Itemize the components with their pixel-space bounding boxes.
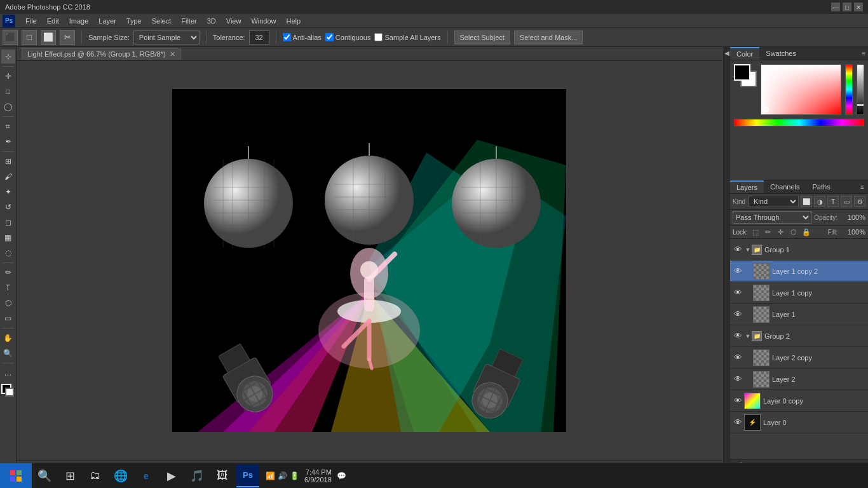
layer-filter-type[interactable]: T <box>827 196 839 207</box>
canvas-container[interactable] <box>17 61 722 460</box>
tray-network[interactable]: 📶 <box>266 471 275 480</box>
taskbar-search[interactable]: 🔍 <box>33 464 56 487</box>
expand-group2[interactable]: ▼ <box>744 332 752 340</box>
layer-0[interactable]: 👁 ⚡ Layer 0 <box>730 412 868 433</box>
lasso-tool[interactable]: ◯ <box>1 100 15 114</box>
layer-2[interactable]: 👁 Layer 2 <box>730 369 868 390</box>
tool-mode-4[interactable]: ✂ <box>60 30 75 45</box>
layer-visibility-group2[interactable]: 👁 <box>733 331 743 341</box>
fg-bg-colors[interactable] <box>1 384 15 398</box>
hue-slider[interactable] <box>845 64 853 115</box>
hand-tool[interactable]: ✋ <box>1 331 15 345</box>
tray-battery[interactable]: 🔋 <box>290 471 299 480</box>
tray-volume[interactable]: 🔊 <box>278 471 287 480</box>
canvas[interactable] <box>172 89 566 432</box>
contiguous-checkbox[interactable]: Contiguous <box>325 33 371 41</box>
close-button[interactable]: ✕ <box>854 3 863 11</box>
layer-filter-shape[interactable]: ▭ <box>841 196 852 207</box>
layer-1-copy[interactable]: 👁 Layer 1 copy <box>730 282 868 304</box>
sample-all-checkbox[interactable]: Sample All Layers <box>374 33 440 41</box>
tab-paths[interactable]: Paths <box>806 181 837 193</box>
layer-visibility-1[interactable]: 👁 <box>733 309 743 320</box>
taskbar-photos[interactable]: 🖼 <box>211 464 234 487</box>
maximize-button[interactable]: □ <box>843 3 851 11</box>
background-color[interactable] <box>5 388 14 396</box>
layer-filter-adjust[interactable]: ◑ <box>814 196 825 207</box>
sample-size-select[interactable]: Point Sample 3 by 3 Average 5 by 5 Avera… <box>133 30 200 44</box>
layer-group-1[interactable]: 👁 ▼ 📁 Group 1 <box>730 239 868 261</box>
layer-filter-smart[interactable]: ⚙ <box>854 196 865 207</box>
layer-visibility-1copy2[interactable]: 👁 <box>733 266 743 276</box>
magic-wand-tool[interactable]: ⊹ <box>1 50 15 64</box>
layers-panel-menu[interactable]: ≡ <box>857 182 868 193</box>
marquee-tool[interactable]: □ <box>1 85 15 98</box>
move-tool[interactable]: ✛ <box>1 69 15 83</box>
menu-file[interactable]: File <box>20 16 42 26</box>
tool-mode-3[interactable]: ⬜ <box>41 30 56 45</box>
tab-swatches[interactable]: Swatches <box>759 48 803 59</box>
menu-layer[interactable]: Layer <box>93 16 121 26</box>
layer-1[interactable]: 👁 Layer 1 <box>730 304 868 325</box>
menu-type[interactable]: Type <box>121 16 147 26</box>
lock-artboard[interactable]: ⬡ <box>789 227 799 237</box>
taskbar-taskview[interactable]: ⊞ <box>58 464 81 487</box>
heal-tool[interactable]: ⊞ <box>1 154 15 168</box>
document-tab[interactable]: Light Effect.psd @ 66.7% (Group 1, RGB/8… <box>22 48 181 60</box>
lock-all[interactable]: 🔒 <box>801 227 811 237</box>
lock-position[interactable]: ✛ <box>776 227 786 237</box>
history-tool[interactable]: ↺ <box>1 200 15 214</box>
foreground-swatch[interactable] <box>734 64 750 81</box>
layer-visibility-2[interactable]: 👁 <box>733 374 743 384</box>
menu-view[interactable]: View <box>221 16 247 26</box>
select-mask-button[interactable]: Select and Mask... <box>514 30 583 44</box>
layer-kind-select[interactable]: Kind <box>749 196 799 207</box>
fill-value[interactable]: 100% <box>840 228 865 236</box>
expand-group1[interactable]: ▼ <box>744 246 752 254</box>
eyedropper-tool[interactable]: ✒ <box>1 135 15 149</box>
tray-notifications[interactable]: 💬 <box>337 471 346 480</box>
color-spectrum-bar[interactable] <box>734 119 864 126</box>
taskbar-file-explorer[interactable]: 🗂 <box>84 464 107 487</box>
zoom-tool[interactable]: 🔍 <box>1 346 15 360</box>
anti-alias-checkbox[interactable]: Anti-alias <box>283 33 322 41</box>
menu-window[interactable]: Window <box>246 16 281 26</box>
opacity-value[interactable]: 100% <box>840 214 865 221</box>
tab-color[interactable]: Color <box>730 47 759 60</box>
layer-visibility-0copy[interactable]: 👁 <box>733 396 743 406</box>
tool-mode-2[interactable]: □ <box>22 30 37 45</box>
layer-visibility-1copy[interactable]: 👁 <box>733 288 743 298</box>
alpha-slider[interactable] <box>857 64 864 115</box>
color-gradient-picker[interactable] <box>761 64 841 115</box>
layer-0-copy[interactable]: 👁 Layer 0 copy <box>730 390 868 412</box>
tab-channels[interactable]: Channels <box>764 181 806 193</box>
more-tools[interactable]: … <box>1 366 15 380</box>
stamp-tool[interactable]: ✦ <box>1 185 15 199</box>
select-subject-button[interactable]: Select Subject <box>454 30 510 44</box>
taskbar-media[interactable]: ▶ <box>160 464 183 487</box>
blend-mode-select[interactable]: Pass Through Normal Multiply Screen <box>733 211 811 224</box>
layer-group-2[interactable]: 👁 ▼ 📁 Group 2 <box>730 325 868 347</box>
minimize-button[interactable]: — <box>831 3 840 11</box>
lock-image[interactable]: ✏ <box>763 227 773 237</box>
taskbar-clock[interactable]: 7:44 PM 6/9/2018 <box>302 468 334 484</box>
path-tool[interactable]: ⬡ <box>1 296 15 310</box>
tab-layers[interactable]: Layers <box>730 180 764 193</box>
color-panel-menu[interactable]: ≡ <box>859 49 868 58</box>
layer-visibility-group1[interactable]: 👁 <box>733 245 743 255</box>
taskbar-music[interactable]: 🎵 <box>186 464 208 487</box>
layer-1-copy-2[interactable]: 👁 Layer 1 copy 2 <box>730 261 868 282</box>
tool-mode-rect[interactable]: ⬛ <box>3 30 18 45</box>
menu-edit[interactable]: Edit <box>42 16 64 26</box>
blur-tool[interactable]: ◌ <box>1 246 15 260</box>
layer-filter-pixel[interactable]: ⬜ <box>801 196 812 207</box>
shape-tool[interactable]: ▭ <box>1 311 15 325</box>
taskbar-edge[interactable]: 🌐 <box>109 464 132 487</box>
document-close-button[interactable]: ✕ <box>170 50 175 58</box>
menu-image[interactable]: Image <box>64 16 94 26</box>
eraser-tool[interactable]: ◻ <box>1 215 15 229</box>
start-button[interactable] <box>0 463 32 489</box>
taskbar-ie[interactable]: e <box>135 464 158 487</box>
layer-visibility-2copy[interactable]: 👁 <box>733 353 743 363</box>
gradient-tool[interactable]: ▦ <box>1 231 15 245</box>
taskbar-ps[interactable]: Ps <box>236 464 259 487</box>
